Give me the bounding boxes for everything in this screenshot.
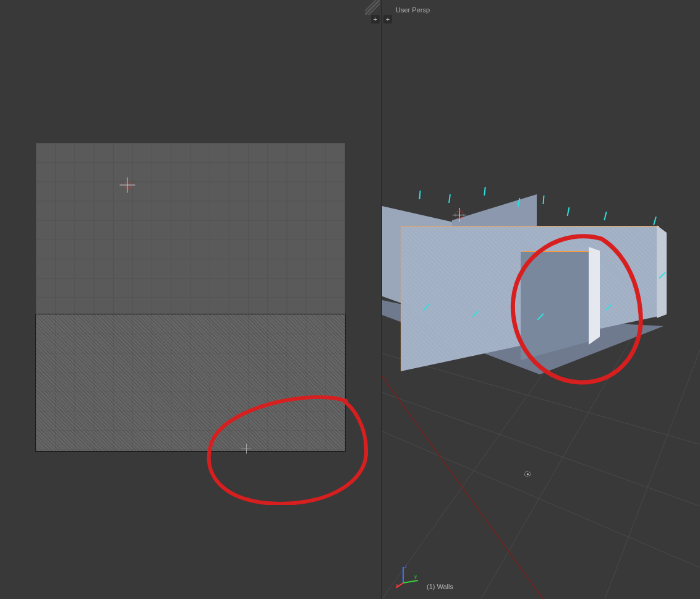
uv-grid-area[interactable] bbox=[36, 143, 345, 314]
uv-canvas[interactable] bbox=[36, 143, 345, 451]
normal-tick-icon bbox=[543, 196, 545, 204]
normal-tick-icon bbox=[448, 194, 451, 203]
normal-tick-icon bbox=[604, 212, 607, 220]
uv-pivot-marker-icon bbox=[244, 446, 249, 451]
cursor-3d-icon bbox=[453, 208, 466, 222]
corner-plus-buttons: + + bbox=[371, 15, 392, 24]
svg-text:z: z bbox=[404, 564, 407, 569]
3d-viewport-panel[interactable]: User Persp bbox=[382, 0, 700, 599]
svg-text:x: x bbox=[396, 582, 398, 588]
svg-line-6 bbox=[382, 342, 543, 599]
panel-drag-corner-icon[interactable] bbox=[365, 0, 380, 15]
add-panel-button-right[interactable]: + bbox=[383, 15, 392, 24]
axis-gizmo-icon: z y x bbox=[396, 563, 420, 588]
normal-tick-icon bbox=[653, 217, 657, 225]
viewport-container: + + User Persp bbox=[0, 0, 700, 599]
walls-mesh[interactable] bbox=[382, 198, 700, 371]
door-jamb-face[interactable] bbox=[589, 247, 600, 345]
active-object-label: (1) Walls bbox=[427, 583, 453, 590]
pivot-indicator-icon bbox=[524, 471, 531, 477]
normal-tick-icon bbox=[567, 207, 570, 216]
uv-selected-island[interactable] bbox=[36, 314, 345, 451]
uv-editor-panel[interactable] bbox=[0, 0, 382, 599]
svg-text:y: y bbox=[414, 574, 417, 579]
cursor-2d-icon bbox=[120, 178, 135, 193]
svg-line-8 bbox=[403, 580, 418, 583]
svg-line-1 bbox=[382, 384, 700, 507]
add-panel-button-left[interactable]: + bbox=[371, 15, 380, 24]
svg-line-5 bbox=[605, 340, 700, 599]
